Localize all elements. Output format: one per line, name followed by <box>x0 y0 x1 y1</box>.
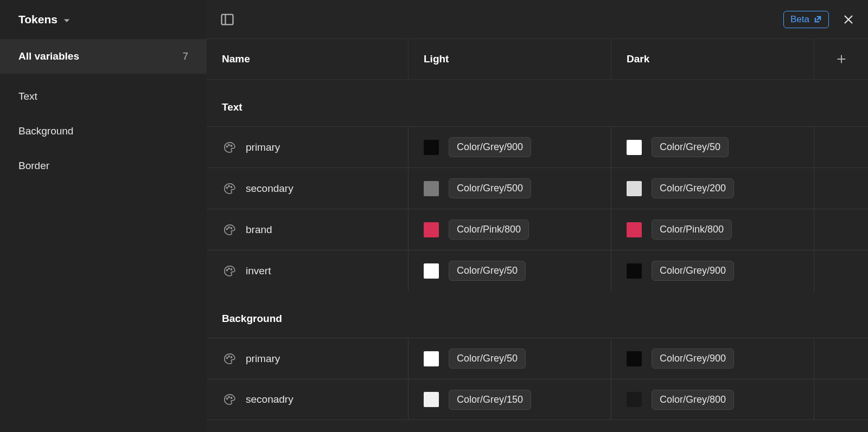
sidebar-item-border[interactable]: Border <box>0 149 207 183</box>
main-panel: Beta Name Light Dark <box>207 0 868 432</box>
column-header-dark[interactable]: Dark <box>611 39 814 79</box>
chevron-down-icon <box>63 17 71 24</box>
color-swatch <box>627 181 642 196</box>
external-link-icon <box>814 15 822 23</box>
token-chip[interactable]: Color/Grey/900 <box>449 137 531 157</box>
variable-name-cell[interactable]: secondary <box>207 168 409 209</box>
sidebar-item-text[interactable]: Text <box>0 79 207 114</box>
color-swatch <box>627 392 642 407</box>
svg-point-20 <box>231 356 232 357</box>
column-label: Light <box>424 53 449 65</box>
sidebar-toggle-icon[interactable] <box>220 12 235 27</box>
variable-name: secondary <box>246 183 293 195</box>
svg-point-21 <box>226 398 227 399</box>
sidebar-item-label: All variables <box>18 50 79 62</box>
variable-row[interactable]: primaryColor/Grey/900Color/Grey/50 <box>207 126 868 167</box>
token-chip[interactable]: Color/Grey/50 <box>449 261 526 281</box>
token-chip[interactable]: Color/Grey/900 <box>652 349 734 369</box>
sidebar-item-count: 7 <box>182 50 188 62</box>
toolbar-left <box>220 12 235 27</box>
variable-row[interactable]: primaryColor/Grey/50Color/Grey/900 <box>207 338 868 379</box>
variable-mode-cell[interactable]: Color/Pink/800 <box>409 209 611 250</box>
palette-icon <box>223 265 236 278</box>
palette-icon <box>223 352 236 365</box>
variable-name-cell[interactable]: primary <box>207 338 409 379</box>
variable-row[interactable]: secondaryColor/Grey/500Color/Grey/200 <box>207 167 868 209</box>
sidebar-item-all-variables[interactable]: All variables 7 <box>0 39 207 74</box>
svg-point-9 <box>226 187 227 188</box>
column-label: Name <box>222 53 250 65</box>
row-tail <box>814 168 868 209</box>
variables-content: Text primaryColor/Grey/900Color/Grey/50 … <box>207 80 868 432</box>
row-tail <box>814 338 868 379</box>
svg-point-17 <box>231 268 232 269</box>
collection-title: Tokens <box>18 13 58 26</box>
beta-label: Beta <box>790 14 809 25</box>
color-swatch <box>424 181 439 196</box>
palette-icon <box>223 393 236 406</box>
column-header-name: Name <box>207 39 409 79</box>
color-swatch <box>627 222 642 237</box>
variable-name-cell[interactable]: brand <box>207 209 409 250</box>
token-chip[interactable]: Color/Grey/50 <box>652 137 729 157</box>
variable-name-cell[interactable]: invert <box>207 250 409 291</box>
svg-point-19 <box>228 356 229 357</box>
variable-name-cell[interactable]: primary <box>207 127 409 167</box>
variable-mode-cell[interactable]: Color/Grey/50 <box>611 127 814 167</box>
color-swatch <box>424 222 439 237</box>
svg-rect-0 <box>222 14 233 24</box>
variable-row[interactable]: brandColor/Pink/800Color/Pink/800 <box>207 209 868 250</box>
color-swatch <box>424 263 439 279</box>
token-chip[interactable]: Color/Pink/800 <box>449 220 529 240</box>
variable-name-cell[interactable]: seconadry <box>207 379 409 420</box>
palette-icon <box>223 141 236 154</box>
variable-mode-cell[interactable]: Color/Grey/500 <box>409 168 611 209</box>
variable-name: seconadry <box>246 394 293 405</box>
variable-mode-cell[interactable]: Color/Grey/50 <box>409 250 611 291</box>
token-chip[interactable]: Color/Grey/800 <box>652 390 734 410</box>
variable-name: invert <box>246 265 271 277</box>
variable-mode-cell[interactable]: Color/Grey/150 <box>409 379 611 420</box>
variable-mode-cell[interactable]: Color/Grey/800 <box>611 379 814 420</box>
sidebar: Tokens All variables 7 Text Background B… <box>0 0 207 432</box>
plus-icon <box>835 53 847 65</box>
color-swatch <box>627 351 642 366</box>
variable-row[interactable]: seconadryColor/Grey/150Color/Grey/800 <box>207 379 868 420</box>
token-chip[interactable]: Color/Grey/50 <box>449 349 526 369</box>
close-icon[interactable] <box>842 13 855 26</box>
variable-name: primary <box>246 353 280 365</box>
svg-point-7 <box>228 144 229 145</box>
token-chip[interactable]: Color/Pink/800 <box>652 220 732 240</box>
beta-badge[interactable]: Beta <box>783 11 829 28</box>
variable-mode-cell[interactable]: Color/Grey/900 <box>409 127 611 167</box>
variable-mode-cell[interactable]: Color/Grey/200 <box>611 168 814 209</box>
column-header-add[interactable] <box>814 53 868 65</box>
column-header-light[interactable]: Light <box>409 39 611 79</box>
row-tail <box>814 250 868 291</box>
color-swatch <box>424 140 439 155</box>
sidebar-item-label: Text <box>18 91 37 102</box>
toolbar: Beta <box>207 0 868 39</box>
variable-mode-cell[interactable]: Color/Grey/900 <box>611 338 814 379</box>
token-chip[interactable]: Color/Grey/150 <box>449 390 531 410</box>
variable-name: brand <box>246 224 272 236</box>
palette-icon <box>223 223 236 236</box>
sidebar-item-background[interactable]: Background <box>0 114 207 149</box>
svg-point-15 <box>226 269 227 270</box>
color-swatch <box>424 392 439 407</box>
token-chip[interactable]: Color/Grey/900 <box>652 261 734 281</box>
variable-row[interactable]: invertColor/Grey/50Color/Grey/900 <box>207 250 868 291</box>
sidebar-header[interactable]: Tokens <box>0 0 207 39</box>
variable-mode-cell[interactable]: Color/Grey/900 <box>611 250 814 291</box>
color-swatch <box>424 351 439 366</box>
svg-point-14 <box>231 227 232 228</box>
svg-point-12 <box>226 228 227 229</box>
variable-mode-cell[interactable]: Color/Pink/800 <box>611 209 814 250</box>
token-chip[interactable]: Color/Grey/200 <box>652 178 734 198</box>
sidebar-item-label: Background <box>18 125 73 137</box>
svg-point-16 <box>228 268 229 269</box>
columns-header: Name Light Dark <box>207 39 868 80</box>
variable-mode-cell[interactable]: Color/Grey/50 <box>409 338 611 379</box>
variable-name: primary <box>246 141 280 153</box>
token-chip[interactable]: Color/Grey/500 <box>449 178 531 198</box>
